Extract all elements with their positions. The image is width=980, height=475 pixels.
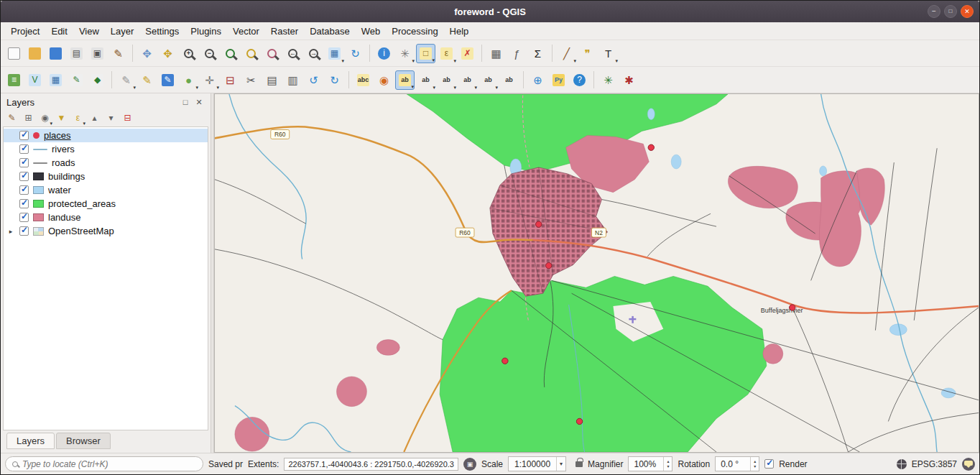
new-map-view-icon[interactable]: ▦▾: [325, 44, 344, 63]
pan-to-selection-icon[interactable]: ✥: [158, 44, 177, 63]
identify-features-icon[interactable]: i: [374, 44, 394, 63]
select-features-icon[interactable]: □▾: [416, 44, 435, 63]
select-by-expression-icon[interactable]: ε▾: [437, 44, 456, 63]
metasearch-icon[interactable]: ⊕: [528, 70, 547, 90]
toggle-editing-icon[interactable]: ✎: [137, 70, 157, 90]
field-calculator-icon[interactable]: ƒ: [507, 44, 527, 63]
layer-visibility-checkbox[interactable]: [19, 131, 29, 140]
layer-item-places[interactable]: places: [4, 129, 208, 142]
layer-item-landuse[interactable]: landuse: [4, 211, 208, 224]
filter-by-expression-icon[interactable]: ε▾: [70, 111, 85, 126]
expander-icon[interactable]: [6, 228, 15, 235]
deselect-features-icon[interactable]: ✗: [458, 44, 477, 63]
locate-bar[interactable]: [5, 456, 203, 471]
paste-features-icon[interactable]: ▥: [283, 70, 302, 90]
title-bar[interactable]: foreword - QGIS: [1, 1, 979, 22]
menu-view[interactable]: View: [73, 24, 105, 39]
save-layer-edits-icon[interactable]: ✎: [158, 70, 177, 90]
filter-legend-icon[interactable]: ▼: [54, 111, 69, 126]
spin-down-icon[interactable]: [664, 464, 672, 469]
remove-layer-icon[interactable]: ⊟: [120, 111, 135, 126]
project-save-icon[interactable]: [46, 44, 65, 63]
redo-icon[interactable]: ↻: [325, 70, 344, 90]
osm-tools-icon[interactable]: ✱: [619, 70, 639, 90]
zoom-next-icon[interactable]: →: [304, 44, 323, 63]
menu-web[interactable]: Web: [356, 24, 387, 39]
menu-plugins[interactable]: Plugins: [185, 24, 227, 39]
menu-raster[interactable]: Raster: [265, 24, 304, 39]
layer-visibility-checkbox[interactable]: [19, 213, 29, 222]
menu-vector[interactable]: Vector: [227, 24, 265, 39]
spin-down-icon[interactable]: [751, 464, 759, 469]
menu-help[interactable]: Help: [444, 24, 475, 39]
open-layer-styling-icon[interactable]: ✎: [4, 111, 19, 126]
spin-up-icon[interactable]: [664, 459, 672, 464]
spin-up-icon[interactable]: [751, 459, 759, 464]
measure-line-icon[interactable]: ╱▾: [557, 44, 576, 63]
new-print-layout-icon[interactable]: ▤: [67, 44, 86, 63]
run-feature-action-icon[interactable]: ✳▾: [395, 44, 415, 63]
text-annotation-icon[interactable]: T▾: [598, 44, 618, 63]
zoom-to-selection-icon[interactable]: [241, 44, 261, 63]
lock-icon[interactable]: [575, 461, 583, 467]
add-feature-icon[interactable]: ●▾: [179, 70, 198, 90]
float-panel-icon[interactable]: [180, 96, 191, 108]
python-console-icon[interactable]: Py: [549, 70, 568, 90]
change-label-icon[interactable]: ab: [499, 70, 519, 90]
layer-visibility-checkbox[interactable]: [19, 226, 29, 236]
messages-icon[interactable]: [962, 458, 975, 471]
layer-item-buildings[interactable]: buildings: [4, 170, 208, 183]
refresh-map-icon[interactable]: ↻: [346, 44, 365, 63]
zoom-last-icon[interactable]: ←: [283, 44, 302, 63]
pin-labels-icon[interactable]: ab▾: [395, 70, 415, 90]
new-shapefile-layer-icon[interactable]: ✎: [67, 70, 86, 90]
undo-icon[interactable]: ↺: [304, 70, 323, 90]
rotate-label-icon[interactable]: ab▾: [479, 70, 498, 90]
menu-edit[interactable]: Edit: [45, 24, 73, 39]
current-edits-icon[interactable]: ✎▾: [116, 70, 136, 90]
chevron-down-icon[interactable]: [556, 457, 565, 471]
layer-visibility-checkbox[interactable]: [19, 172, 29, 181]
menu-layer[interactable]: Layer: [105, 24, 140, 39]
menu-database[interactable]: Database: [304, 24, 356, 39]
show-hide-labels-icon[interactable]: ab▾: [437, 70, 456, 90]
layer-item-water[interactable]: water: [4, 183, 208, 197]
tab-browser[interactable]: Browser: [56, 433, 111, 449]
layer-item-rivers[interactable]: rivers: [4, 142, 208, 156]
layer-item-protected_areas[interactable]: protected_areas: [4, 197, 208, 211]
vertex-tool-icon[interactable]: ✛▾: [200, 70, 219, 90]
help-contents-icon[interactable]: ?: [570, 70, 589, 90]
locate-input[interactable]: [22, 459, 196, 469]
layer-visibility-checkbox[interactable]: [19, 144, 29, 154]
menu-processing[interactable]: Processing: [386, 24, 443, 39]
layer-visibility-checkbox[interactable]: [19, 158, 29, 167]
delete-selected-icon[interactable]: ⊟: [221, 70, 240, 90]
collapse-all-icon[interactable]: ▾: [103, 111, 119, 126]
layer-diagram-icon[interactable]: ◉: [374, 70, 394, 90]
highlight-pinned-labels-icon[interactable]: ab▾: [416, 70, 435, 90]
layer-item-OpenStreetMap[interactable]: OpenStreetMap: [4, 224, 208, 238]
close-panel-icon[interactable]: [193, 96, 205, 108]
add-raster-layer-icon[interactable]: ▦: [46, 70, 65, 90]
scale-combo[interactable]: 1:100000: [508, 456, 566, 471]
zoom-to-layer-icon[interactable]: [262, 44, 282, 63]
extents-refresh-icon[interactable]: [463, 458, 476, 471]
minimize-icon[interactable]: [928, 5, 940, 18]
render-checkbox[interactable]: [764, 459, 774, 469]
layer-visibility-checkbox[interactable]: [19, 185, 29, 195]
expand-all-icon[interactable]: ▴: [87, 111, 102, 126]
menu-settings[interactable]: Settings: [139, 24, 185, 39]
maximize-icon[interactable]: [944, 5, 957, 18]
map-tips-icon[interactable]: ❞: [578, 44, 597, 63]
layer-labeling-icon[interactable]: abc: [353, 70, 373, 90]
close-icon[interactable]: [961, 5, 974, 18]
tab-layers[interactable]: Layers: [6, 433, 55, 449]
menu-project[interactable]: Project: [5, 24, 45, 39]
rotation-spinbox[interactable]: 0.0 °: [715, 456, 759, 471]
crs-globe-icon[interactable]: [897, 459, 907, 469]
pan-map-icon[interactable]: ✥: [137, 44, 157, 63]
new-geopackage-layer-icon[interactable]: ◆: [88, 70, 107, 90]
statistical-summary-icon[interactable]: Σ: [528, 44, 547, 63]
move-label-icon[interactable]: ab▾: [458, 70, 477, 90]
project-open-icon[interactable]: [25, 44, 45, 63]
